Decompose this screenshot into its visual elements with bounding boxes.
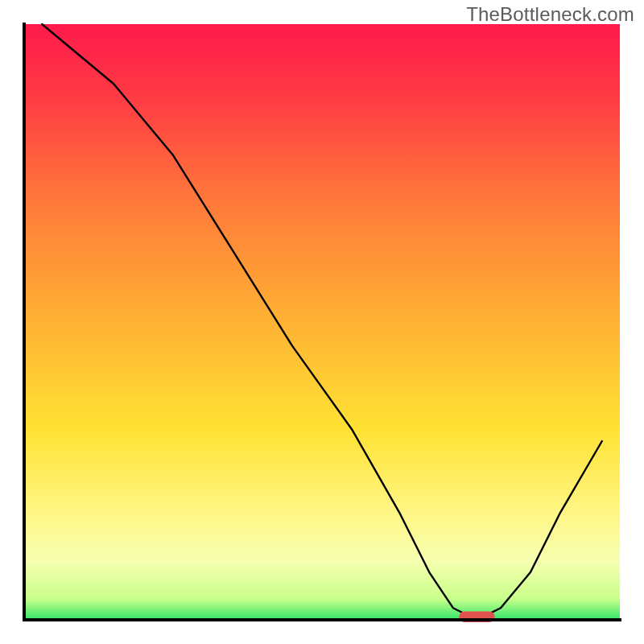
plot-area [24,24,620,622]
gradient-background [24,24,620,620]
bottleneck-chart [0,0,644,644]
chart-container: TheBottleneck.com [0,0,644,644]
watermark-label: TheBottleneck.com [466,3,634,26]
